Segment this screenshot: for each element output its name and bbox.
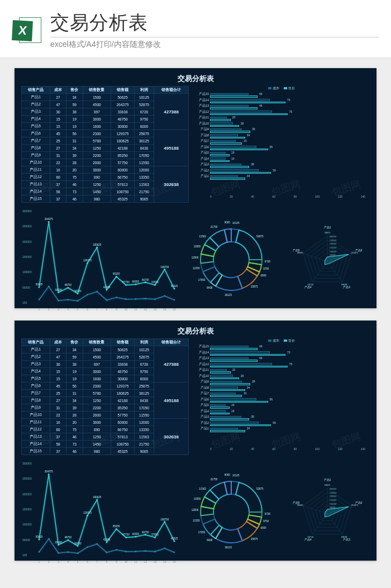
excel-icon: X: [12, 15, 42, 45]
svg-text:33638: 33638: [341, 536, 347, 538]
svg-point-133: [77, 545, 79, 547]
svg-text:11563: 11563: [199, 235, 206, 238]
svg-text:11563: 11563: [199, 487, 206, 490]
svg-text:129375: 129375: [83, 259, 92, 262]
svg-text:42188: 42188: [103, 538, 111, 541]
svg-point-129: [58, 544, 59, 546]
svg-text:25875: 25875: [251, 538, 258, 541]
svg-point-158: [67, 551, 69, 553]
data-table: 销售产品成本售价销售数量销售额利润销售额合计产品1273415005062510…: [21, 338, 189, 453]
svg-point-26: [58, 291, 59, 293]
svg-text:6000: 6000: [261, 274, 267, 277]
svg-text:1: 1: [39, 560, 40, 563]
svg-text:17050: 17050: [198, 531, 206, 534]
svg-text:57750: 57750: [122, 533, 130, 536]
svg-text:33638: 33638: [55, 541, 62, 544]
svg-point-58: [96, 291, 98, 293]
svg-text:12000: 12000: [192, 509, 199, 511]
svg-point-28: [67, 287, 69, 289]
svg-text:264375: 264375: [45, 470, 54, 473]
svg-point-60: [116, 297, 117, 298]
svg-text:11550: 11550: [193, 519, 200, 522]
svg-point-159: [77, 552, 79, 554]
page-subtitle: excel格式/A4打印/内容随意修改: [50, 37, 379, 50]
svg-text:产品1: 产品1: [324, 226, 331, 229]
svg-line-193: [303, 506, 327, 514]
svg-text:150000: 150000: [22, 508, 32, 511]
svg-point-61: [125, 298, 127, 300]
svg-point-127: [48, 474, 50, 475]
svg-text:30000: 30000: [74, 290, 82, 293]
svg-text:200000: 200000: [330, 243, 337, 245]
svg-text:8: 8: [106, 308, 108, 311]
svg-point-55: [67, 299, 69, 300]
svg-text:100000: 100000: [22, 270, 32, 274]
svg-text:36125: 36125: [225, 546, 232, 549]
bar-chart: 成本 售价 产品1546产品1473产品1346产品1275产品1120产品10…: [193, 338, 370, 453]
svg-point-62: [135, 298, 136, 300]
radar-chart: 产品1产品2产品3产品4产品53000002500002000001500001…: [285, 205, 370, 314]
svg-point-153: [174, 541, 175, 542]
line-chart: 1005000010000015000020000025000030000012…: [21, 205, 178, 314]
svg-point-157: [58, 552, 59, 554]
svg-text:36125: 36125: [225, 294, 232, 297]
svg-text:6728: 6728: [265, 513, 271, 515]
svg-point-66: [174, 299, 175, 301]
svg-text:12000: 12000: [192, 256, 199, 259]
svg-text:5: 5: [77, 308, 79, 311]
svg-text:60000: 60000: [132, 280, 140, 283]
svg-text:48750: 48750: [65, 284, 72, 286]
svg-text:100000: 100000: [330, 251, 337, 253]
svg-text:50000: 50000: [22, 538, 30, 542]
svg-point-34: [96, 247, 98, 248]
legend-cost: 成本: [268, 338, 279, 343]
svg-text:12: 12: [144, 308, 147, 311]
svg-text:108750: 108750: [160, 266, 169, 269]
svg-point-46: [154, 284, 156, 286]
donut-chart: 1012552875672897506000258753612584381705…: [181, 457, 282, 567]
svg-point-57: [87, 294, 88, 295]
svg-text:7: 7: [96, 308, 98, 311]
svg-text:100000: 100000: [22, 523, 32, 526]
svg-point-40: [125, 284, 127, 286]
svg-text:10125: 10125: [232, 474, 240, 477]
svg-text:12: 12: [144, 560, 147, 563]
svg-text:250000: 250000: [330, 240, 337, 242]
svg-text:200000: 200000: [330, 495, 337, 498]
header: X 交易分析表 excel格式/A4打印/内容随意修改: [0, 0, 391, 58]
svg-text:33638: 33638: [55, 289, 62, 291]
preview-stage: 交易分析表 销售产品成本售价销售数量销售额利润销售额合计产品1273415005…: [0, 58, 391, 566]
svg-text:85250: 85250: [113, 525, 120, 528]
svg-point-160: [87, 546, 88, 548]
svg-text:11: 11: [134, 560, 137, 563]
svg-text:57750: 57750: [122, 281, 130, 284]
dashboard-panel-1: 交易分析表 销售产品成本售价销售数量销售额利润销售额合计产品1273415005…: [15, 68, 376, 308]
svg-text:7: 7: [96, 560, 98, 563]
svg-point-50: [174, 288, 175, 290]
svg-text:150000: 150000: [22, 255, 32, 259]
svg-text:45325: 45325: [171, 537, 178, 540]
svg-text:3: 3: [58, 560, 59, 563]
svg-text:9750: 9750: [263, 267, 269, 270]
svg-text:45325: 45325: [171, 285, 178, 288]
svg-point-22: [39, 286, 40, 288]
svg-text:产品1: 产品1: [324, 478, 331, 481]
svg-text:21750: 21750: [211, 226, 218, 228]
svg-point-48: [164, 269, 165, 270]
svg-point-163: [116, 549, 117, 551]
svg-text:3: 3: [58, 308, 59, 311]
svg-text:300000: 300000: [22, 209, 32, 213]
svg-point-52: [39, 299, 40, 300]
svg-point-168: [164, 548, 165, 549]
svg-text:300000: 300000: [330, 488, 337, 490]
svg-point-167: [154, 551, 156, 552]
svg-point-32: [87, 262, 88, 264]
svg-point-161: [96, 543, 98, 545]
svg-text:52875: 52875: [256, 487, 264, 490]
svg-text:85250: 85250: [113, 273, 120, 275]
svg-text:30000: 30000: [74, 542, 82, 545]
svg-text:30000: 30000: [297, 504, 303, 506]
svg-text:产品2: 产品2: [355, 248, 363, 252]
svg-text:250000: 250000: [330, 492, 337, 494]
svg-text:100: 100: [22, 301, 27, 304]
